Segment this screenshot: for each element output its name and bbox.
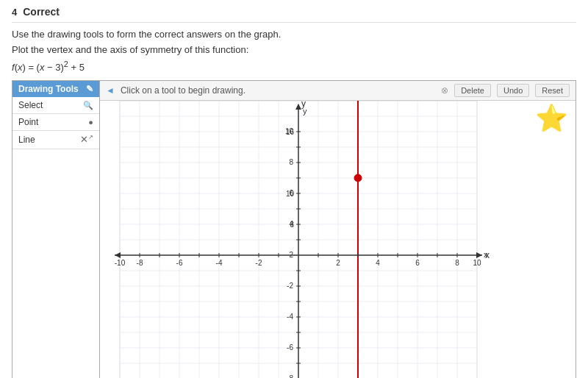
triangle-icon: ◄ bbox=[106, 85, 115, 96]
svg-text:10: 10 bbox=[473, 259, 481, 267]
tool-line-label: Line bbox=[18, 135, 35, 145]
drawing-tools-panel: Drawing Tools ✎ Select 🔍 Point ● Line ✕↗ bbox=[12, 80, 100, 378]
vertex-point bbox=[354, 174, 362, 182]
delete-button[interactable]: Delete bbox=[454, 84, 491, 97]
svg-text:-2: -2 bbox=[287, 282, 293, 290]
instruction-line1: Use the drawing tools to form the correc… bbox=[12, 29, 576, 40]
svg-text:8: 8 bbox=[289, 158, 293, 166]
instruction-line2: Plot the vertex and the axis of symmetry… bbox=[12, 44, 576, 55]
y-label-top: y bbox=[303, 107, 307, 115]
function-label: f(x) = (x − 3)2 + 5 bbox=[12, 60, 576, 73]
edit-icon[interactable]: ✎ bbox=[86, 84, 93, 94]
x-label-right: x bbox=[484, 250, 488, 259]
tool-point[interactable]: Point ● bbox=[12, 114, 99, 131]
svg-text:-10: -10 bbox=[115, 259, 126, 267]
svg-text:10: 10 bbox=[285, 127, 294, 135]
correct-label: Correct bbox=[23, 6, 60, 18]
click-prompt: Click on a tool to begin drawing. bbox=[121, 85, 435, 96]
graph-area: ◄ Click on a tool to begin drawing. ⊗ De… bbox=[100, 80, 576, 378]
svg-text:2: 2 bbox=[289, 251, 293, 259]
svg-text:6: 6 bbox=[415, 259, 420, 267]
star-badge: ⭐ bbox=[535, 105, 568, 132]
graph-container[interactable]: ⭐ bbox=[100, 101, 576, 378]
header: 4 Correct bbox=[12, 6, 576, 23]
svg-text:-6: -6 bbox=[176, 259, 183, 267]
question-number: 4 bbox=[12, 7, 17, 18]
delete-icon: ⊗ bbox=[441, 85, 448, 96]
reset-button[interactable]: Reset bbox=[535, 84, 570, 97]
x-axis-arrow-left bbox=[115, 252, 121, 258]
tool-point-label: Point bbox=[18, 117, 38, 127]
graph-toolbar: ◄ Click on a tool to begin drawing. ⊗ De… bbox=[100, 81, 576, 101]
tool-select[interactable]: Select 🔍 bbox=[12, 97, 99, 114]
drawing-tools-header: Drawing Tools ✎ bbox=[12, 81, 99, 97]
tool-line[interactable]: Line ✕↗ bbox=[12, 131, 99, 149]
line-icon: ✕↗ bbox=[80, 134, 93, 145]
svg-text:-4: -4 bbox=[287, 313, 293, 321]
svg-text:4: 4 bbox=[289, 220, 293, 228]
drawing-tools-title: Drawing Tools bbox=[18, 84, 79, 94]
page: 4 Correct Use the drawing tools to form … bbox=[0, 0, 588, 378]
svg-text:-6: -6 bbox=[287, 343, 293, 352]
content-area: Drawing Tools ✎ Select 🔍 Point ● Line ✕↗… bbox=[12, 80, 576, 378]
svg-text:2: 2 bbox=[336, 259, 340, 267]
undo-button[interactable]: Undo bbox=[497, 84, 529, 97]
graph-svg[interactable]: x y bbox=[100, 101, 497, 378]
svg-text:8: 8 bbox=[455, 259, 459, 267]
select-icon: 🔍 bbox=[83, 101, 93, 110]
svg-text:-8: -8 bbox=[287, 374, 293, 378]
svg-text:-8: -8 bbox=[137, 259, 143, 267]
svg-text:6: 6 bbox=[289, 189, 293, 197]
point-icon: ● bbox=[88, 118, 93, 126]
svg-text:-4: -4 bbox=[216, 259, 223, 267]
svg-text:-2: -2 bbox=[256, 259, 262, 267]
tool-select-label: Select bbox=[18, 100, 43, 110]
x-axis-arrow-right bbox=[476, 252, 482, 258]
svg-text:4: 4 bbox=[376, 259, 380, 267]
